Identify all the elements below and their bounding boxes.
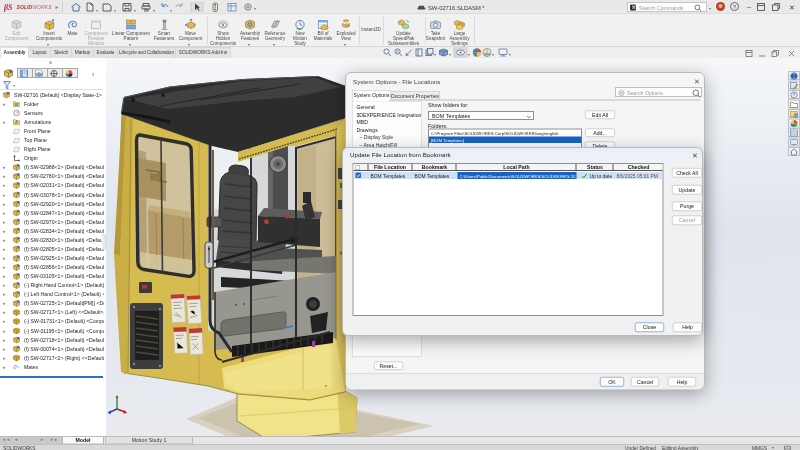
svg-text:▾: ▾ xyxy=(170,8,172,13)
svg-text:βS: βS xyxy=(4,3,13,12)
svg-text:▾: ▾ xyxy=(153,8,155,13)
svg-text:▾: ▾ xyxy=(434,52,436,57)
svg-text:▾: ▾ xyxy=(449,52,451,57)
svg-text:▾: ▾ xyxy=(468,52,470,57)
svg-text:▾: ▾ xyxy=(114,8,116,13)
svg-text:A: A xyxy=(15,120,18,125)
svg-text:▾: ▾ xyxy=(509,52,511,57)
svg-text:▾: ▾ xyxy=(96,8,98,13)
svg-text:▾: ▾ xyxy=(492,52,494,57)
svg-text:▾: ▾ xyxy=(134,8,136,13)
svg-text:▾: ▾ xyxy=(254,6,256,11)
svg-text:SOLIDWORKS: SOLIDWORKS xyxy=(17,4,53,10)
